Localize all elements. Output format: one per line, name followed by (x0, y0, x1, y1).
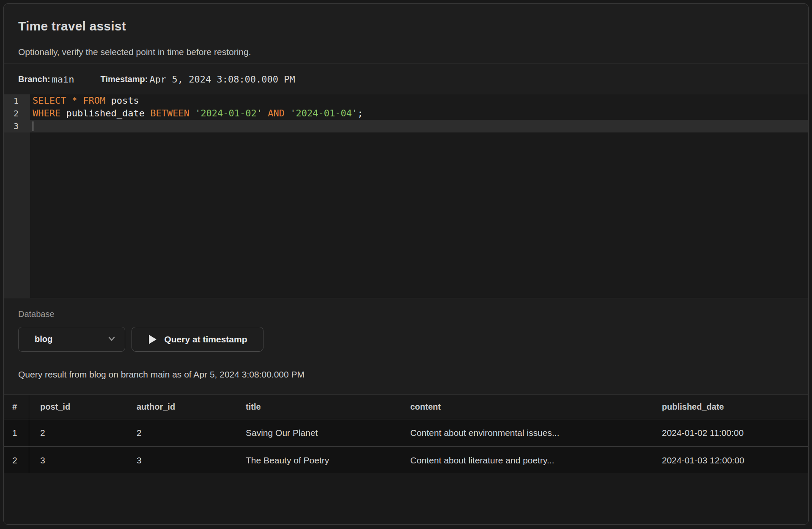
table-cell: Content about environmental issues... (399, 428, 651, 438)
code-lines: 1SELECT * FROM posts2WHERE published_dat… (4, 94, 808, 132)
line-number: 1 (4, 94, 30, 107)
result-table: #post_idauthor_idtitlecontentpublished_d… (4, 394, 808, 474)
line-number: 2 (4, 107, 30, 120)
database-section: Database blog Query at timestamp (4, 298, 808, 367)
database-select-value: blog (35, 334, 52, 344)
branch-timestamp-bar: Branch: main Timestamp: Apr 5, 2024 3:08… (4, 63, 808, 94)
table-cell: 2 (4, 447, 29, 474)
table-cell: 3 (29, 455, 126, 466)
page-title: Time travel assist (18, 19, 126, 33)
result-header: #post_idauthor_idtitlecontentpublished_d… (4, 394, 808, 419)
table-cell: 2 (126, 428, 235, 438)
query-at-timestamp-button[interactable]: Query at timestamp (132, 327, 263, 352)
column-header: post_id (29, 402, 126, 412)
query-result-caption: Query result from blog on branch main as… (18, 369, 304, 380)
table-cell: 1 (4, 419, 29, 446)
code-line[interactable]: 1SELECT * FROM posts (4, 94, 808, 107)
timestamp-value: Apr 5, 2024 3:08:00.000 PM (149, 74, 295, 85)
text-cursor (33, 121, 33, 131)
chevron-down-icon (107, 333, 117, 345)
code-text: WHERE published_date BETWEEN '2024-01-02… (30, 107, 363, 120)
table-row: 233The Beauty of PoetryContent about lit… (4, 447, 808, 474)
code-line[interactable]: 3 (4, 120, 808, 132)
column-header: published_date (651, 402, 808, 412)
table-cell: The Beauty of Poetry (235, 455, 399, 466)
result-rows: 122Saving Our PlanetContent about enviro… (4, 419, 808, 474)
query-at-timestamp-label: Query at timestamp (164, 334, 247, 344)
panel-footer-area (4, 473, 808, 524)
time-travel-assist-panel: Time travel assist Optionally, verify th… (3, 3, 809, 525)
table-cell: 2 (29, 428, 126, 438)
line-number: 3 (4, 120, 30, 132)
code-text: SELECT * FROM posts (30, 94, 139, 107)
code-text (30, 120, 33, 132)
column-header: title (235, 402, 399, 412)
database-label: Database (18, 309, 55, 319)
column-header: # (4, 395, 29, 419)
database-controls: blog Query at timestamp (18, 327, 263, 352)
column-header: content (399, 402, 651, 412)
table-row: 122Saving Our PlanetContent about enviro… (4, 419, 808, 447)
branch-label: Branch: (18, 74, 50, 84)
play-icon (148, 334, 157, 345)
table-cell: Saving Our Planet (235, 428, 399, 438)
table-cell: 3 (126, 455, 235, 466)
table-cell: 2024-01-02 11:00:00 (651, 428, 808, 438)
page-subtitle: Optionally, verify the selected point in… (18, 47, 251, 57)
panel-header: Time travel assist Optionally, verify th… (4, 4, 808, 63)
timestamp-label: Timestamp: (101, 74, 148, 84)
sql-editor[interactable]: 1SELECT * FROM posts2WHERE published_dat… (4, 94, 808, 298)
code-line[interactable]: 2WHERE published_date BETWEEN '2024-01-0… (4, 107, 808, 120)
column-header: author_id (126, 402, 235, 412)
database-select[interactable]: blog (18, 327, 125, 352)
table-cell: 2024-01-03 12:00:00 (651, 455, 808, 466)
branch-value: main (52, 74, 74, 85)
table-cell: Content about literature and poetry... (399, 455, 651, 466)
